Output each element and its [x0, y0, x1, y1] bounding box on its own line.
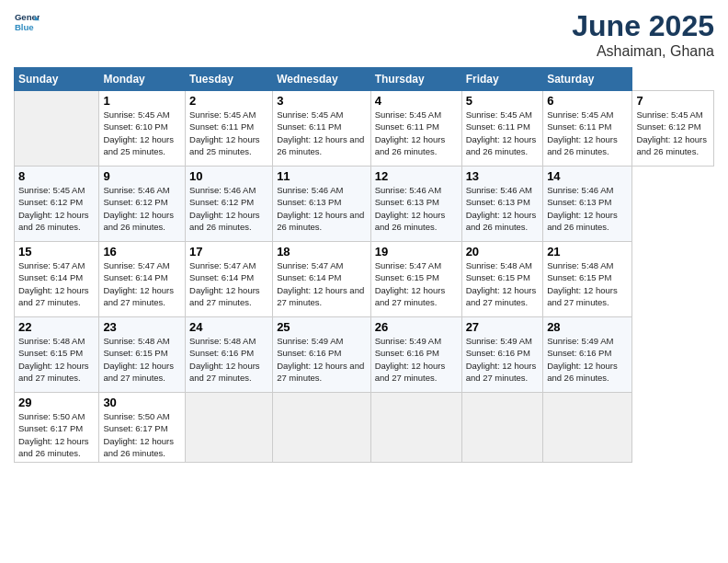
day-number: 11 — [277, 169, 367, 183]
day-info: Sunrise: 5:45 AMSunset: 6:11 PMDaylight:… — [547, 109, 628, 157]
header: General Blue June 2025 Ashaiman, Ghana — [14, 9, 714, 60]
day-number: 24 — [189, 320, 268, 334]
day-number: 3 — [277, 94, 367, 108]
day-cell: 21Sunrise: 5:48 AMSunset: 6:15 PMDayligh… — [543, 242, 632, 317]
day-info: Sunrise: 5:48 AMSunset: 6:15 PMDaylight:… — [547, 259, 628, 308]
logo: General Blue — [14, 9, 40, 35]
day-number: 17 — [189, 245, 268, 259]
day-info: Sunrise: 5:45 AMSunset: 6:11 PMDaylight:… — [277, 109, 367, 157]
day-number: 29 — [18, 396, 95, 409]
day-info: Sunrise: 5:45 AMSunset: 6:10 PMDaylight:… — [103, 109, 181, 157]
col-header-thursday: Thursday — [370, 68, 461, 91]
day-cell: 12Sunrise: 5:46 AMSunset: 6:13 PMDayligh… — [370, 167, 461, 242]
week-row-2: 8Sunrise: 5:45 AMSunset: 6:12 PMDaylight… — [15, 167, 714, 242]
day-info: Sunrise: 5:48 AMSunset: 6:15 PMDaylight:… — [103, 335, 181, 384]
day-cell: 23Sunrise: 5:48 AMSunset: 6:15 PMDayligh… — [99, 317, 186, 393]
day-cell: 24Sunrise: 5:48 AMSunset: 6:16 PMDayligh… — [186, 317, 273, 393]
day-cell: 19Sunrise: 5:47 AMSunset: 6:15 PMDayligh… — [370, 242, 461, 317]
day-cell — [370, 393, 461, 463]
title-block: June 2025 Ashaiman, Ghana — [572, 9, 714, 60]
day-cell — [273, 393, 371, 463]
day-number: 1 — [103, 94, 181, 108]
col-header-saturday: Saturday — [543, 68, 632, 91]
day-number: 12 — [375, 169, 458, 183]
col-header-friday: Friday — [461, 68, 542, 91]
day-info: Sunrise: 5:49 AMSunset: 6:16 PMDaylight:… — [375, 335, 458, 384]
header-row: SundayMondayTuesdayWednesdayThursdayFrid… — [15, 68, 714, 91]
day-cell: 18Sunrise: 5:47 AMSunset: 6:14 PMDayligh… — [273, 242, 371, 317]
week-row-5: 29Sunrise: 5:50 AMSunset: 6:17 PMDayligh… — [15, 393, 714, 463]
day-info: Sunrise: 5:49 AMSunset: 6:16 PMDaylight:… — [547, 335, 628, 384]
day-number: 15 — [18, 245, 95, 259]
week-row-3: 15Sunrise: 5:47 AMSunset: 6:14 PMDayligh… — [15, 242, 714, 317]
day-number: 4 — [375, 94, 458, 108]
day-info: Sunrise: 5:47 AMSunset: 6:15 PMDaylight:… — [375, 259, 458, 308]
week-row-4: 22Sunrise: 5:48 AMSunset: 6:15 PMDayligh… — [15, 317, 714, 393]
day-number: 7 — [636, 94, 710, 108]
day-info: Sunrise: 5:48 AMSunset: 6:15 PMDaylight:… — [18, 335, 95, 384]
day-cell: 16Sunrise: 5:47 AMSunset: 6:14 PMDayligh… — [99, 242, 186, 317]
day-cell: 30Sunrise: 5:50 AMSunset: 6:17 PMDayligh… — [99, 393, 186, 463]
day-cell: 1Sunrise: 5:45 AMSunset: 6:10 PMDaylight… — [99, 91, 186, 167]
day-number: 20 — [466, 245, 539, 259]
day-cell: 8Sunrise: 5:45 AMSunset: 6:12 PMDaylight… — [15, 167, 99, 242]
day-cell: 25Sunrise: 5:49 AMSunset: 6:16 PMDayligh… — [273, 317, 371, 393]
day-cell: 29Sunrise: 5:50 AMSunset: 6:17 PMDayligh… — [15, 393, 99, 463]
day-number: 27 — [466, 320, 539, 334]
day-cell: 13Sunrise: 5:46 AMSunset: 6:13 PMDayligh… — [461, 167, 542, 242]
day-number: 14 — [547, 169, 628, 183]
day-info: Sunrise: 5:45 AMSunset: 6:12 PMDaylight:… — [636, 109, 710, 157]
day-info: Sunrise: 5:46 AMSunset: 6:12 PMDaylight:… — [189, 184, 268, 233]
day-cell — [461, 393, 542, 463]
day-cell: 27Sunrise: 5:49 AMSunset: 6:16 PMDayligh… — [461, 317, 542, 393]
day-number: 18 — [277, 245, 367, 259]
day-number: 28 — [547, 320, 628, 334]
day-cell — [543, 393, 632, 463]
day-number: 30 — [103, 396, 181, 409]
day-number: 23 — [103, 320, 181, 334]
day-number: 22 — [18, 320, 95, 334]
day-info: Sunrise: 5:47 AMSunset: 6:14 PMDaylight:… — [277, 259, 367, 308]
day-info: Sunrise: 5:50 AMSunset: 6:17 PMDaylight:… — [103, 410, 181, 459]
main-title: June 2025 — [572, 9, 714, 43]
page: General Blue June 2025 Ashaiman, Ghana S… — [0, 0, 728, 563]
day-cell: 28Sunrise: 5:49 AMSunset: 6:16 PMDayligh… — [543, 317, 632, 393]
day-cell: 3Sunrise: 5:45 AMSunset: 6:11 PMDaylight… — [273, 91, 371, 167]
subtitle: Ashaiman, Ghana — [572, 43, 714, 60]
day-cell: 5Sunrise: 5:45 AMSunset: 6:11 PMDaylight… — [461, 91, 542, 167]
day-cell: 2Sunrise: 5:45 AMSunset: 6:11 PMDaylight… — [186, 91, 273, 167]
day-info: Sunrise: 5:47 AMSunset: 6:14 PMDaylight:… — [18, 259, 95, 308]
day-info: Sunrise: 5:45 AMSunset: 6:11 PMDaylight:… — [466, 109, 539, 157]
day-number: 13 — [466, 169, 539, 183]
day-cell — [186, 393, 273, 463]
day-number: 26 — [375, 320, 458, 334]
day-info: Sunrise: 5:50 AMSunset: 6:17 PMDaylight:… — [18, 410, 95, 459]
day-number: 16 — [103, 245, 181, 259]
day-info: Sunrise: 5:45 AMSunset: 6:11 PMDaylight:… — [189, 109, 268, 157]
day-info: Sunrise: 5:46 AMSunset: 6:13 PMDaylight:… — [547, 184, 628, 233]
day-cell: 7Sunrise: 5:45 AMSunset: 6:12 PMDaylight… — [632, 91, 714, 167]
day-number: 19 — [375, 245, 458, 259]
day-number: 9 — [103, 169, 181, 183]
day-info: Sunrise: 5:47 AMSunset: 6:14 PMDaylight:… — [189, 259, 268, 308]
day-info: Sunrise: 5:46 AMSunset: 6:13 PMDaylight:… — [466, 184, 539, 233]
day-cell: 20Sunrise: 5:48 AMSunset: 6:15 PMDayligh… — [461, 242, 542, 317]
col-header-sunday: Sunday — [15, 68, 99, 91]
day-info: Sunrise: 5:48 AMSunset: 6:16 PMDaylight:… — [189, 335, 268, 384]
day-number: 21 — [547, 245, 628, 259]
day-number: 25 — [277, 320, 367, 334]
calendar-table: SundayMondayTuesdayWednesdayThursdayFrid… — [14, 67, 714, 463]
day-info: Sunrise: 5:46 AMSunset: 6:13 PMDaylight:… — [375, 184, 458, 233]
svg-text:Blue: Blue — [15, 22, 34, 32]
col-header-monday: Monday — [99, 68, 186, 91]
day-info: Sunrise: 5:47 AMSunset: 6:14 PMDaylight:… — [103, 259, 181, 308]
day-number: 8 — [18, 169, 95, 183]
day-info: Sunrise: 5:48 AMSunset: 6:15 PMDaylight:… — [466, 259, 539, 308]
day-cell: 9Sunrise: 5:46 AMSunset: 6:12 PMDaylight… — [99, 167, 186, 242]
day-info: Sunrise: 5:45 AMSunset: 6:12 PMDaylight:… — [18, 184, 95, 233]
day-cell: 17Sunrise: 5:47 AMSunset: 6:14 PMDayligh… — [186, 242, 273, 317]
day-cell: 15Sunrise: 5:47 AMSunset: 6:14 PMDayligh… — [15, 242, 99, 317]
logo-icon: General Blue — [14, 9, 40, 35]
day-cell: 10Sunrise: 5:46 AMSunset: 6:12 PMDayligh… — [186, 167, 273, 242]
day-cell: 22Sunrise: 5:48 AMSunset: 6:15 PMDayligh… — [15, 317, 99, 393]
